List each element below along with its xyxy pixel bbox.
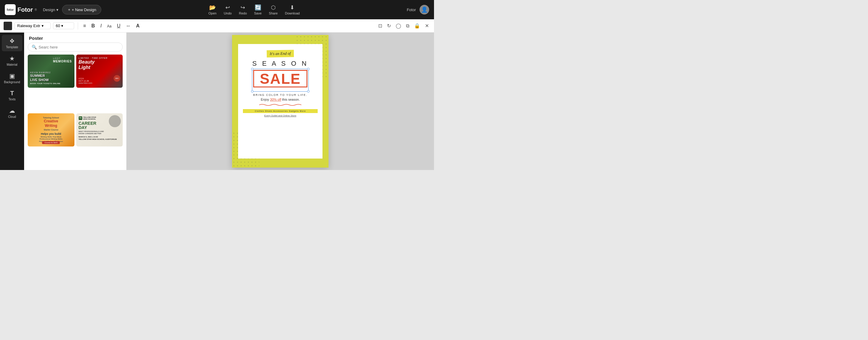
avatar[interactable]: 👤 — [420, 5, 429, 14]
sale-box: SALE — [253, 70, 307, 87]
italic-button[interactable]: I — [99, 22, 103, 30]
templates-grid: KEVIN RAMIREZ SUMMERLIVE SHOW BOOK YOUR … — [24, 55, 126, 170]
text-case-icon: A — [136, 23, 140, 28]
every-outlet-text: Every Outlet and Online Store — [264, 114, 296, 117]
open-icon: 📂 — [209, 4, 216, 11]
font-size-aa-button[interactable]: Aa — [105, 22, 113, 30]
open-label: Open — [209, 11, 217, 15]
save-action[interactable]: 🔄 Save — [254, 4, 261, 15]
main-area: ❖ Template ★ Material ▣ Background T Tex… — [0, 33, 434, 170]
template-card-text: Tutoring School CreativeWriting Starter … — [30, 116, 72, 143]
download-action[interactable]: ⬇ Download — [285, 4, 300, 15]
new-design-button[interactable]: ＋ + New Design — [62, 5, 101, 14]
align-button[interactable]: ≡ — [82, 22, 87, 30]
toolbar2-right: ⊡ ↻ ◯ ⧉ 🔒 ✕ — [377, 22, 430, 30]
save-label: Save — [254, 11, 261, 15]
resize-handle-bl[interactable] — [251, 90, 253, 93]
texts-icon: T — [10, 90, 14, 97]
undo-label: Undo — [224, 11, 231, 15]
undo-action[interactable]: ↩ Undo — [224, 4, 231, 15]
sidebar-item-background[interactable]: ▣ Background — [2, 70, 22, 86]
rotate-icon: ↻ — [387, 23, 391, 28]
formatting-toolbar: Raleway Extr ▾ 60 ▾ ≡ B I Aa U ↔ A ⊡ ↻ ◯… — [0, 19, 434, 33]
chevron-down-icon: ▾ — [41, 24, 44, 28]
topbar-actions: 📂 Open ↩ Undo ↪ Redo 🔄 Save ⬡ Share ⬇ Do… — [105, 4, 403, 15]
resize-handle-tr[interactable] — [307, 68, 310, 70]
redo-action[interactable]: ↪ Redo — [239, 4, 247, 15]
size-aa-icon: Aa — [107, 24, 112, 28]
template-card[interactable]: YS YELLOW STARHIGH SCHOOL CAREERDAY MEET… — [76, 113, 123, 147]
chevron-down-icon: ▾ — [56, 7, 59, 12]
template-card[interactable]: LIMITED · TIME OFFER BeautyLight #324 OC… — [76, 55, 123, 88]
layers-icon: ⧉ — [406, 23, 409, 28]
sidebar-item-label: Cloud — [8, 115, 16, 119]
delete-button[interactable]: ✕ — [424, 22, 430, 30]
mask-button[interactable]: ◯ — [394, 22, 403, 30]
cloud-icon: ☁ — [9, 107, 15, 114]
letter-spacing-button[interactable]: ↔ — [124, 22, 132, 30]
chevron-down-icon: ▾ — [61, 24, 63, 28]
sidebar-item-template[interactable]: ❖ Template — [2, 35, 22, 51]
categories-bar: Clothes Shoes Accessories Gadgets More — [243, 109, 318, 113]
lock-button[interactable]: 🔒 — [412, 22, 422, 30]
logo-sup: ® — [35, 8, 37, 11]
underline-button[interactable]: U — [116, 22, 122, 30]
season-text: S E A S O N — [252, 60, 308, 67]
sidebar-item-label: Texts — [8, 98, 16, 101]
template-card[interactable]: Tutoring School CreativeWriting Starter … — [28, 113, 74, 147]
text-case-button[interactable]: A — [135, 22, 141, 30]
bold-button[interactable]: B — [90, 22, 96, 30]
material-icon: ★ — [9, 55, 15, 62]
design-dropdown-button[interactable]: Design ▾ — [43, 7, 58, 12]
sale-element[interactable]: SALE — [253, 70, 307, 90]
bold-icon: B — [91, 23, 95, 28]
rotate-button[interactable]: ↻ — [385, 22, 393, 30]
wavy-line — [259, 104, 301, 106]
canvas-area: It's an End of S E A S O N SALE BRING — [127, 33, 434, 170]
download-label: Download — [285, 11, 300, 15]
poster-content: It's an End of S E A S O N SALE BRING — [238, 44, 322, 159]
sidebar: ❖ Template ★ Material ▣ Background T Tex… — [0, 33, 24, 170]
share-label: Share — [269, 11, 278, 15]
redo-label: Redo — [239, 11, 247, 15]
search-input[interactable] — [38, 45, 119, 50]
duplicate-icon: ⊡ — [378, 23, 382, 28]
align-icon: ≡ — [83, 23, 86, 28]
font-size-label: 60 — [56, 24, 60, 28]
font-color-swatch[interactable] — [4, 22, 12, 30]
templates-panel: Poster 🔍 KEVIN RAMIREZ SUMMERLIVE SHOW B… — [24, 33, 127, 170]
sidebar-item-label: Template — [6, 45, 19, 49]
template-card[interactable]: KEVIN RAMIREZ SUMMERLIVE SHOW BOOK YOUR … — [28, 55, 74, 88]
search-bar[interactable]: 🔍 — [28, 42, 123, 52]
search-icon: 🔍 — [32, 44, 37, 50]
template-card-text: KEVIN RAMIREZ SUMMERLIVE SHOW BOOK YOUR … — [30, 71, 61, 85]
duplicate-button[interactable]: ⊡ — [377, 22, 384, 30]
font-size-selector[interactable]: 60 ▾ — [53, 22, 74, 29]
font-family-selector[interactable]: Raleway Extr ▾ — [14, 22, 51, 29]
resize-handle-br[interactable] — [307, 90, 310, 93]
sidebar-item-cloud[interactable]: ☁ Cloud — [2, 104, 22, 121]
template-card-text: LIMITED · TIME OFFER BeautyLight — [79, 57, 107, 70]
sidebar-item-texts[interactable]: T Texts — [2, 87, 22, 103]
italic-icon: I — [100, 23, 101, 28]
font-name-label: Raleway Extr — [17, 24, 40, 28]
sidebar-item-material[interactable]: ★ Material — [2, 53, 22, 69]
plus-icon: ＋ — [67, 7, 71, 12]
logo: fotor Fotor ® — [5, 4, 37, 15]
open-action[interactable]: 📂 Open — [209, 4, 217, 15]
divider-1 — [78, 22, 78, 30]
delete-icon: ✕ — [425, 23, 429, 28]
tag-banner: It's an End of — [267, 50, 294, 58]
sidebar-item-label: Background — [4, 81, 20, 84]
background-icon: ▣ — [9, 72, 15, 80]
redo-icon: ↪ — [241, 4, 245, 11]
underline-icon: U — [117, 23, 121, 28]
bring-color-text: BRING COLOR TO YOUR LIFE. — [253, 93, 307, 96]
layers-button[interactable]: ⧉ — [404, 22, 411, 30]
share-action[interactable]: ⬡ Share — [269, 4, 278, 15]
user-name: Fotor — [407, 7, 416, 12]
topbar: fotor Fotor ® Design ▾ ＋ + New Design 📂 … — [0, 0, 434, 19]
download-icon: ⬇ — [290, 4, 294, 11]
letter-spacing-icon: ↔ — [126, 23, 131, 28]
enjoy-text: Enjoy 30% off this season. — [261, 98, 300, 101]
